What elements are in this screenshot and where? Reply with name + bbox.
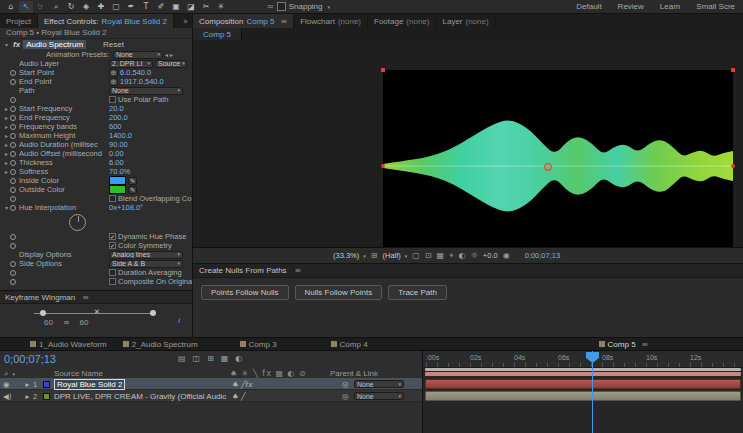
layer-name[interactable]: DPR LIVE, DPR CREAM - Gravity (Official … [54,392,226,401]
checkbox-dynamic-hue-phase[interactable]: ✓ [109,233,116,240]
parent-select[interactable]: None▾ [354,380,404,388]
composition-viewport[interactable] [193,40,743,248]
stopwatch-icon[interactable] [10,124,19,130]
property-value[interactable]: 200.0 [109,113,128,122]
audio-layer-source-select[interactable]: Source▾ [155,60,187,68]
tab-project[interactable]: Project [0,14,38,28]
checkbox-composite-on-origina[interactable] [109,278,116,285]
stopwatch-icon[interactable] [10,187,19,193]
snapshot-camera-icon[interactable]: ◉ [503,251,510,260]
show-channels-icon[interactable]: ▦ [437,251,445,261]
property-value[interactable]: 600 [109,122,122,131]
workspace-learn[interactable]: Learn [660,2,680,11]
stopwatch-icon[interactable] [10,205,19,211]
exposure-icon[interactable]: ☼ [471,251,478,260]
color-swatch[interactable] [109,185,126,194]
twirl-icon[interactable]: ▸ [24,392,31,401]
stopwatch-icon[interactable] [10,196,19,202]
selection-handle-mid-left[interactable] [381,164,385,168]
work-area-bar[interactable] [425,368,741,371]
stopwatch-icon[interactable] [10,234,19,240]
home-icon[interactable]: ⌂ [4,1,18,13]
puppet-pin-tool-icon[interactable]: ✳ [214,1,228,13]
comp-marker-bar[interactable] [425,372,741,376]
stopwatch-icon[interactable] [10,70,19,76]
stopwatch-icon[interactable] [10,270,19,276]
checkbox-duration-averaging[interactable] [109,269,116,276]
timeline-tab-2-audio-spectrum[interactable]: 2_Audio Spectrum [115,338,206,350]
property-value[interactable]: 70.0% [109,167,130,176]
time-ruler[interactable]: :00s02s04s06s08s10s12s [423,351,743,368]
property-value[interactable]: 1400.0 [109,131,132,140]
path-select[interactable]: None▾ [109,87,183,95]
stopwatch-icon[interactable] [10,133,19,139]
layer-switches[interactable]: ♠ ╱fx [232,380,253,389]
pen-tool-icon[interactable]: ✒ [124,1,138,13]
tab-footage-none[interactable]: Footage (none) [368,14,436,28]
stopwatch-icon[interactable] [10,243,19,249]
preset-next-icon[interactable]: ▸ [170,51,173,58]
region-of-interest-icon[interactable]: ⊡ [425,251,432,261]
workspace-default[interactable]: Default [576,2,601,11]
eyedropper-icon[interactable]: ✎ [128,177,137,185]
panel-menu-icon[interactable]: ≡ [295,266,302,275]
snapping-caret-icon[interactable]: ▾ [328,4,331,10]
selection-handle-top-left[interactable] [381,68,385,72]
preset-prev-icon[interactable]: ◂ [165,51,168,58]
twirl-icon[interactable]: ▸ [3,168,10,175]
layer-color-swatch[interactable] [43,381,50,388]
orbit-camera-tool-icon[interactable]: ↻ [64,1,78,13]
stopwatch-icon[interactable] [10,151,19,157]
hue-dial[interactable] [69,214,86,231]
layer-row[interactable]: ◉▸1Royal Blue Solid 2♠ ╱fx◎None▾ [0,378,422,390]
checkbox-blend-overlapping-co[interactable] [109,195,116,202]
side-options-select[interactable]: Side A & B▾ [109,260,183,268]
button-points-follow-nulls[interactable]: Points Follow Nulls [201,285,289,300]
layer-switches[interactable]: ♠ ╱ [232,392,246,401]
composition-frame[interactable] [383,70,733,266]
stopwatch-icon[interactable] [10,106,19,112]
button-trace-path[interactable]: Trace Path [388,285,447,300]
mask-shape-tool-icon[interactable]: ▢ [109,1,123,13]
property-value[interactable]: 20.0 [109,104,124,113]
panel-menu-icon[interactable]: ≡ [82,293,89,302]
tab-composition-comp-5[interactable]: Composition Comp 5≡ [193,14,294,28]
tab-layer-none[interactable]: Layer (none) [436,14,495,28]
mask-visibility-icon[interactable]: ▢ [412,251,420,261]
audio-layer-select[interactable]: 2. DPR LI▾ [109,60,153,68]
choose-grid-guides-icon[interactable]: ⊞ [371,251,378,260]
twirl-icon[interactable]: ▾ [3,204,10,211]
stopwatch-icon[interactable] [10,160,19,166]
twirl-icon[interactable]: ▸ [3,141,10,148]
effect-twirl-icon[interactable]: ▾ [3,41,10,48]
panel-overflow-icon[interactable]: » [179,14,192,28]
selection-tool-icon[interactable]: ↖ [19,1,33,13]
crosshair-icon[interactable]: ⊕ [109,78,118,86]
twirl-icon[interactable]: ▸ [3,159,10,166]
stopwatch-icon[interactable] [10,261,19,267]
exposure-value[interactable]: +0.0 [483,251,498,260]
stopwatch-icon[interactable] [10,79,19,85]
playhead-line[interactable] [592,351,593,433]
tab-effect-controls-royal-blue-solid-2[interactable]: Effect Controls: Royal Blue Solid 2 [38,14,174,28]
layer-duration-bar[interactable] [425,391,741,401]
layer-duration-bar[interactable] [425,379,741,389]
rotation-tool-icon[interactable]: ◈ [79,1,93,13]
display-options-select[interactable]: Analog lines▾ [109,251,183,259]
checkbox-color-symmetry[interactable]: ✓ [109,242,116,249]
eyedropper-icon[interactable]: ✎ [128,186,137,194]
wingman-info-icon[interactable]: i [178,316,180,325]
twirl-icon[interactable]: ▸ [3,150,10,157]
crosshair-icon[interactable]: ⊕ [109,69,118,77]
stopwatch-icon[interactable] [10,115,19,121]
layer-row[interactable]: ◀)▸2DPR LIVE, DPR CREAM - Gravity (Offic… [0,390,422,402]
workspace-small-scre[interactable]: Small Scre [696,2,735,11]
twirl-icon[interactable]: ▸ [3,105,10,112]
property-value[interactable]: 90.00 [109,140,128,149]
pixel-aspect-correction-icon[interactable]: ⌖ [449,251,454,261]
checkbox-use-polar-path[interactable] [109,96,116,103]
layer-name[interactable]: Royal Blue Solid 2 [54,379,125,390]
speaker-icon[interactable]: ◀) [3,392,12,401]
parent-select[interactable]: None▾ [354,392,404,400]
anchor-point[interactable] [544,163,552,171]
